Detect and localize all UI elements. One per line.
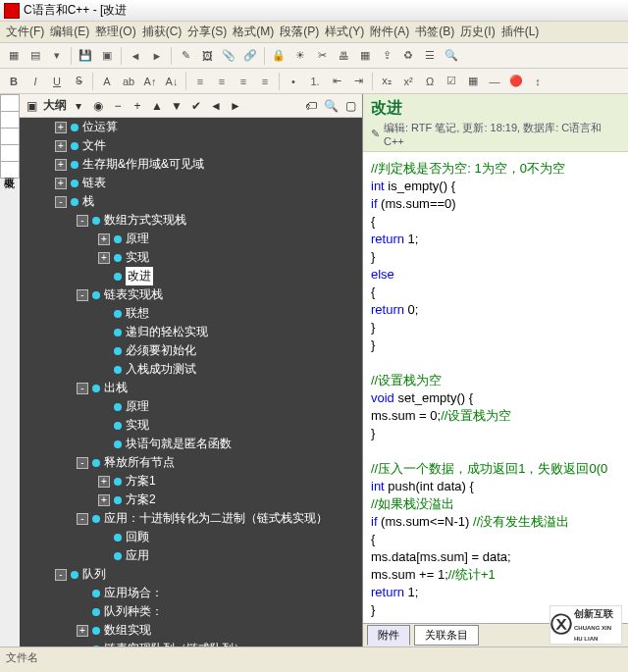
expand-icon[interactable]: + bbox=[55, 159, 67, 171]
expand-icon[interactable]: + bbox=[98, 252, 110, 264]
sun-icon[interactable]: ☀ bbox=[290, 46, 310, 66]
sup-icon[interactable]: x² bbox=[398, 72, 418, 91]
tree-node[interactable]: +实现 bbox=[98, 248, 362, 267]
plus-icon[interactable]: + bbox=[130, 98, 145, 114]
menu-item[interactable]: 样式(Y) bbox=[325, 24, 364, 40]
tree-node[interactable]: -释放所有节点 bbox=[77, 453, 362, 472]
side-tab[interactable]: 大纲 bbox=[0, 94, 20, 112]
code-area[interactable]: //判定栈是否为空: 1为空，0不为空int is_empty() { if (… bbox=[363, 152, 628, 623]
tree-node[interactable]: 递归的轻松实现 bbox=[98, 323, 362, 341]
menu-item[interactable]: 编辑(E) bbox=[50, 24, 89, 40]
check-icon[interactable]: ✔ bbox=[188, 98, 204, 114]
bold-icon[interactable]: B bbox=[4, 72, 24, 91]
back-icon[interactable]: ◄ bbox=[126, 46, 145, 66]
chevron-down-icon[interactable]: ▾ bbox=[71, 98, 86, 114]
recycle-icon[interactable]: ♻ bbox=[398, 46, 418, 66]
image-icon[interactable]: 🖼 bbox=[197, 46, 217, 66]
tree-node[interactable]: 入栈成功测试 bbox=[98, 360, 362, 379]
bullet-icon[interactable]: ◉ bbox=[90, 98, 106, 114]
tree-node[interactable]: 必须要初始化 bbox=[98, 341, 362, 360]
expand-icon[interactable]: + bbox=[98, 233, 110, 245]
align-left-icon[interactable]: ≡ bbox=[190, 72, 210, 91]
strike-icon[interactable]: S̶ bbox=[69, 72, 88, 91]
side-tab[interactable]: 标签 bbox=[0, 111, 20, 129]
side-tab[interactable]: 日历 bbox=[0, 128, 20, 145]
side-tab[interactable]: 概要 bbox=[0, 161, 20, 179]
bottom-tab[interactable]: 关联条目 bbox=[414, 625, 479, 646]
tree-node[interactable]: +方案1 bbox=[98, 472, 362, 491]
tree-node[interactable]: 链表实现队列（链式队列） bbox=[77, 640, 362, 646]
ul-icon[interactable]: • bbox=[284, 72, 303, 91]
tree-node[interactable]: +方案2 bbox=[98, 491, 362, 509]
attach-icon[interactable]: 📎 bbox=[219, 46, 238, 66]
menu-item[interactable]: 整理(O) bbox=[95, 24, 135, 40]
clip-icon[interactable]: ✂ bbox=[312, 46, 332, 66]
collapse-icon[interactable]: - bbox=[77, 383, 88, 394]
down-icon[interactable]: ▼ bbox=[169, 98, 184, 114]
tree-node[interactable]: +原理 bbox=[98, 230, 362, 248]
menu-item[interactable]: 分享(S) bbox=[187, 24, 227, 40]
tag-icon[interactable]: 🏷 bbox=[303, 98, 319, 114]
expand-icon[interactable]: + bbox=[55, 140, 67, 152]
collapse-icon[interactable]: - bbox=[55, 569, 67, 581]
menu-item[interactable]: 附件(A) bbox=[370, 24, 409, 40]
save-icon[interactable]: 💾 bbox=[76, 46, 95, 66]
tree-node[interactable]: +生存期&作用域&可见域 bbox=[55, 155, 362, 174]
check-icon[interactable]: ☑ bbox=[442, 72, 461, 91]
menu-item[interactable]: 插件(L) bbox=[501, 24, 540, 40]
spacing-icon[interactable]: ↕ bbox=[528, 72, 548, 91]
tree-node[interactable]: 实现 bbox=[98, 416, 362, 435]
highlight-icon[interactable]: ab bbox=[119, 72, 138, 91]
expand-icon[interactable]: + bbox=[55, 178, 67, 189]
collapse-icon[interactable]: - bbox=[77, 289, 88, 301]
link-icon[interactable]: 🔗 bbox=[240, 46, 260, 66]
grid-icon[interactable]: ▦ bbox=[355, 46, 375, 66]
menu-item[interactable]: 格式(M) bbox=[233, 24, 274, 40]
up-icon[interactable]: ▲ bbox=[149, 98, 165, 114]
list-icon[interactable]: ☰ bbox=[420, 46, 440, 66]
symbol-icon[interactable]: Ω bbox=[420, 72, 440, 91]
menu-item[interactable]: 捕获(C) bbox=[142, 24, 183, 40]
tree-node[interactable]: 改进 bbox=[98, 267, 362, 285]
new-icon[interactable]: ▦ bbox=[4, 46, 24, 66]
tree-node[interactable]: +文件 bbox=[55, 136, 362, 155]
italic-icon[interactable]: I bbox=[26, 72, 45, 91]
window-icon[interactable]: ▢ bbox=[342, 98, 358, 114]
font-grow-icon[interactable]: A↑ bbox=[140, 72, 160, 91]
export-icon[interactable]: ⇪ bbox=[377, 46, 396, 66]
lock-icon[interactable]: 🔒 bbox=[269, 46, 288, 66]
side-tab[interactable]: 书签 bbox=[0, 144, 20, 162]
tree-node[interactable]: 原理 bbox=[98, 397, 362, 416]
expand-icon[interactable]: + bbox=[55, 122, 67, 133]
tree-node[interactable]: +数组实现 bbox=[77, 621, 362, 640]
sub-icon[interactable]: x₂ bbox=[377, 72, 396, 91]
align-right-icon[interactable]: ≡ bbox=[234, 72, 253, 91]
collapse-icon[interactable]: - bbox=[55, 196, 67, 208]
menu-item[interactable]: 历史(I) bbox=[460, 24, 495, 40]
tree-node[interactable]: 块语句就是匿名函数 bbox=[98, 435, 362, 453]
tree-node[interactable]: 队列种类： bbox=[77, 602, 362, 621]
expand-icon[interactable]: + bbox=[77, 625, 88, 637]
tree-node[interactable]: +链表 bbox=[55, 174, 362, 192]
right-icon[interactable]: ► bbox=[228, 98, 243, 114]
bottom-tab[interactable]: 附件 bbox=[367, 625, 410, 646]
tree-node[interactable]: -数组方式实现栈 bbox=[77, 211, 362, 230]
expand-icon[interactable]: + bbox=[98, 476, 110, 488]
edit-icon[interactable]: ✎ bbox=[176, 46, 195, 66]
collapse-icon[interactable]: - bbox=[77, 513, 88, 525]
print-icon[interactable]: 🖶 bbox=[334, 46, 353, 66]
font-shrink-icon[interactable]: A↓ bbox=[162, 72, 182, 91]
menu-item[interactable]: 文件(F) bbox=[6, 24, 44, 40]
tree-node[interactable]: -栈 bbox=[55, 192, 362, 211]
indent-icon[interactable]: ⇥ bbox=[348, 72, 368, 91]
align-center-icon[interactable]: ≡ bbox=[212, 72, 232, 91]
menu-item[interactable]: 段落(P) bbox=[280, 24, 319, 40]
collapse-icon[interactable]: - bbox=[77, 457, 88, 469]
tree-node[interactable]: 应用 bbox=[98, 546, 362, 565]
tree-node[interactable]: +位运算 bbox=[55, 118, 362, 136]
collapse-icon[interactable]: - bbox=[77, 215, 88, 227]
search-icon[interactable]: 🔍 bbox=[442, 46, 461, 66]
minus-icon[interactable]: − bbox=[110, 98, 126, 114]
outdent-icon[interactable]: ⇤ bbox=[327, 72, 346, 91]
underline-icon[interactable]: U bbox=[47, 72, 67, 91]
